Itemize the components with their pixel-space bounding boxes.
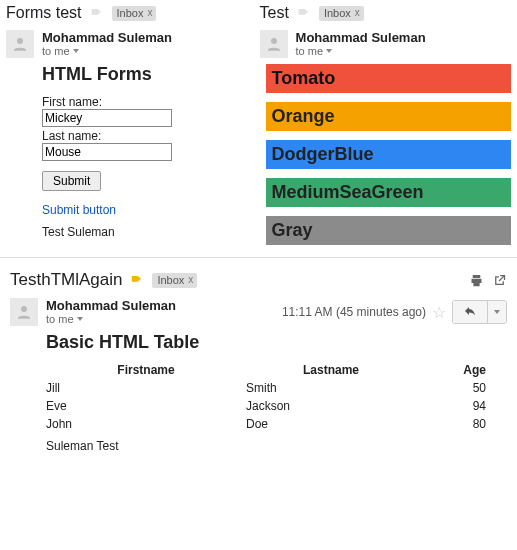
cell-age: 80 — [416, 417, 486, 431]
sender-name: Mohammad Suleman — [42, 30, 172, 45]
color-bar-dodgerblue: DodgerBlue — [266, 140, 511, 169]
submit-button-link[interactable]: Submit button — [42, 203, 248, 217]
recipient-line[interactable]: to me — [46, 313, 176, 325]
to-text: to me — [42, 45, 70, 57]
cell-age: 50 — [416, 381, 486, 395]
inbox-chip-label: Inbox — [324, 7, 351, 19]
popout-icon[interactable] — [492, 273, 507, 288]
subject: TesthTMlAgain — [10, 270, 122, 290]
svg-point-1 — [271, 38, 277, 44]
reply-more-button[interactable] — [487, 301, 506, 323]
to-text: to me — [296, 45, 324, 57]
basic-table: Firstname Lastname Age Jill Smith 50 Eve… — [46, 363, 507, 431]
avatar — [6, 30, 34, 58]
first-name-label: First name: — [42, 95, 248, 109]
label-icon — [90, 6, 104, 20]
inbox-chip-close[interactable]: x — [188, 274, 193, 285]
table-row: Jill Smith 50 — [46, 381, 507, 395]
cell-lastname: Smith — [246, 381, 416, 395]
avatar — [10, 298, 38, 326]
cell-firstname: John — [46, 417, 246, 431]
table-row: Eve Jackson 94 — [46, 399, 507, 413]
inbox-chip[interactable]: Inbox x — [112, 6, 157, 21]
chevron-down-icon[interactable] — [326, 49, 332, 53]
first-name-input[interactable] — [42, 109, 172, 127]
label-icon — [297, 6, 311, 20]
sender-name: Mohammad Suleman — [296, 30, 426, 45]
inbox-chip-close[interactable]: x — [355, 7, 360, 18]
inbox-chip-label: Inbox — [157, 274, 184, 286]
timestamp: 11:11 AM (45 minutes ago) — [282, 305, 426, 319]
recipient-line[interactable]: to me — [296, 45, 426, 57]
color-bar-mediumseagreen: MediumSeaGreen — [266, 178, 511, 207]
body-text: Suleman Test — [46, 439, 507, 453]
star-icon[interactable]: ☆ — [432, 303, 446, 322]
label-icon — [130, 273, 144, 287]
svg-point-0 — [17, 38, 23, 44]
last-name-input[interactable] — [42, 143, 172, 161]
table-header-row: Firstname Lastname Age — [46, 363, 507, 377]
inbox-chip[interactable]: Inbox x — [319, 6, 364, 21]
reply-button[interactable] — [453, 301, 487, 323]
avatar — [260, 30, 288, 58]
chevron-down-icon[interactable] — [73, 49, 79, 53]
print-icon[interactable] — [469, 273, 484, 288]
cell-firstname: Jill — [46, 381, 246, 395]
table-row: John Doe 80 — [46, 417, 507, 431]
subject: Test — [260, 4, 289, 22]
inbox-chip-close[interactable]: x — [147, 7, 152, 18]
sender-name: Mohammad Suleman — [46, 298, 176, 313]
cell-lastname: Doe — [246, 417, 416, 431]
color-bar-tomato: Tomato — [266, 64, 511, 93]
chevron-down-icon[interactable] — [77, 317, 83, 321]
recipient-line[interactable]: to me — [42, 45, 172, 57]
inbox-chip-label: Inbox — [117, 7, 144, 19]
body-text: Test Suleman — [42, 225, 248, 239]
cell-firstname: Eve — [46, 399, 246, 413]
col-age: Age — [416, 363, 486, 377]
inbox-chip[interactable]: Inbox x — [152, 273, 197, 288]
to-text: to me — [46, 313, 74, 325]
color-bar-gray: Gray — [266, 216, 511, 245]
forms-heading: HTML Forms — [42, 64, 248, 85]
submit-button[interactable]: Submit — [42, 171, 101, 191]
cell-age: 94 — [416, 399, 486, 413]
last-name-label: Last name: — [42, 129, 248, 143]
svg-point-2 — [21, 306, 27, 312]
table-heading: Basic HTML Table — [46, 332, 507, 353]
color-bar-orange: Orange — [266, 102, 511, 131]
col-firstname: Firstname — [46, 363, 246, 377]
subject: Forms test — [6, 4, 82, 22]
cell-lastname: Jackson — [246, 399, 416, 413]
col-lastname: Lastname — [246, 363, 416, 377]
